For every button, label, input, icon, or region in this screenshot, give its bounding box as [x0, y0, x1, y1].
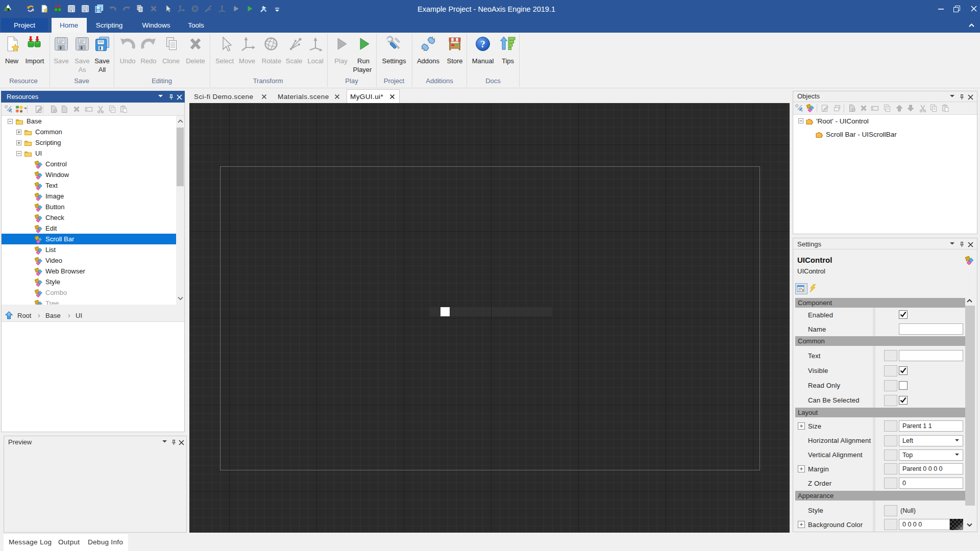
svg-text:?: ? — [480, 39, 485, 49]
